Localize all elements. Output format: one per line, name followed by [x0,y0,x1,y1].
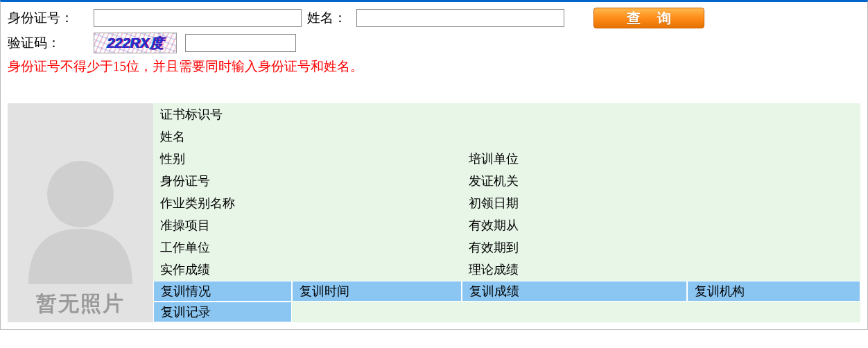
name-input[interactable] [356,9,564,27]
theory-score-label: 理论成绩 [462,259,860,281]
valid-from-label: 有效期从 [462,214,860,236]
svg-point-0 [47,161,114,227]
photo-placeholder: 暂无照片 [8,103,153,322]
id-input[interactable] [94,9,302,27]
valid-to-label: 有效期到 [462,236,860,259]
work-unit-label: 工作单位 [153,236,462,259]
job-cat-label: 作业类别名称 [153,192,462,214]
retrain-record-empty [292,302,860,322]
retrain-score-header: 复训成绩 [462,281,687,302]
retrain-status-header: 复训情况 [153,281,292,302]
issue-auth-label: 发证机关 [462,170,860,192]
photo-placeholder-text: 暂无照片 [36,290,125,318]
retrain-time-header: 复训时间 [292,281,462,302]
first-date-label: 初领日期 [462,192,860,214]
cert-id-label: 证书标识号 [153,103,860,125]
name-field-label: 姓名 [153,125,860,148]
captcha-image[interactable]: 222RX度 [94,33,177,53]
query-button[interactable]: 查询 [593,8,704,28]
train-unit-label: 培训单位 [462,148,860,170]
retrain-org-header: 复训机构 [687,281,860,302]
form-row-2: 验证码： 222RX度 [8,33,860,53]
name-label: 姓名： [307,9,347,27]
permit-item-label: 准操项目 [153,214,462,236]
detail-section: 暂无照片 证书标识号 姓名 性别 培训单位 身份证号 发证机关 作业类别名称 初… [8,103,860,322]
retrain-record-header: 复训记录 [153,302,292,322]
practical-score-label: 实作成绩 [153,259,462,281]
form-row-1: 身份证号： 姓名： 查询 [8,8,860,28]
captcha-input[interactable] [185,34,296,52]
id-label: 身份证号： [8,9,91,27]
error-message: 身份证号不得少于15位，并且需要同时输入身份证号和姓名。 [8,58,860,76]
info-grid: 证书标识号 姓名 性别 培训单位 身份证号 发证机关 作业类别名称 初领日期 准… [153,103,860,322]
query-panel: 身份证号： 姓名： 查询 验证码： 222RX度 身份证号不得少于15位，并且需… [0,0,868,330]
gender-label: 性别 [153,148,462,170]
captcha-label: 验证码： [8,34,91,52]
avatar-icon [21,146,139,284]
idno-label: 身份证号 [153,170,462,192]
